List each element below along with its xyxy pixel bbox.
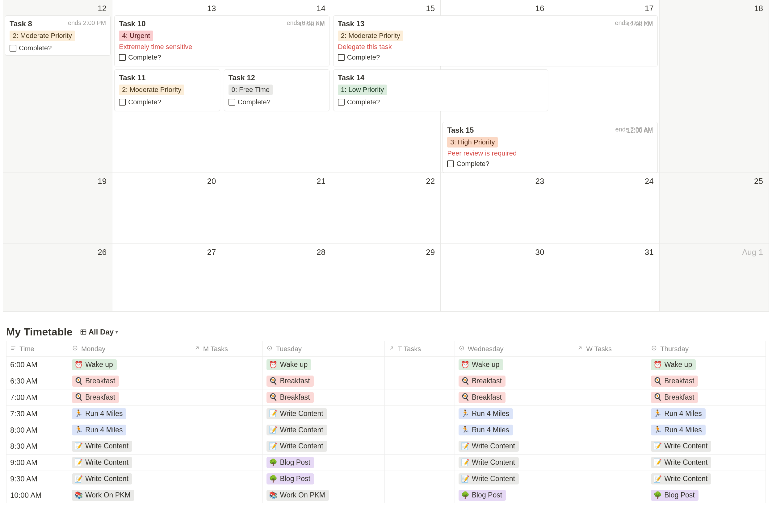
- timetable-cell[interactable]: [573, 455, 647, 471]
- timetable-cell[interactable]: 6:30 AM: [6, 373, 68, 389]
- activity-tag[interactable]: 📝Write Content: [72, 441, 132, 452]
- column-header-time[interactable]: Time: [6, 341, 68, 357]
- timetable-cell[interactable]: 9:30 AM: [6, 471, 68, 487]
- timetable-cell[interactable]: [385, 389, 455, 405]
- activity-tag[interactable]: 🏃Run 4 Miles: [459, 408, 513, 419]
- activity-tag[interactable]: 🏃Run 4 Miles: [651, 408, 705, 419]
- task-card[interactable]: Task 1312:00 AMends 4:00 PM2: Moderate P…: [333, 15, 658, 66]
- complete-checkbox[interactable]: [447, 160, 454, 167]
- activity-tag[interactable]: 📝Write Content: [266, 408, 327, 419]
- activity-tag[interactable]: 📝Write Content: [459, 441, 519, 452]
- complete-checkbox[interactable]: [338, 99, 344, 106]
- activity-tag[interactable]: ⏰Wake up: [459, 359, 503, 370]
- calendar-day-cell[interactable]: 27: [112, 244, 222, 312]
- timetable-cell[interactable]: [190, 405, 263, 422]
- timetable-cell[interactable]: [190, 471, 263, 487]
- activity-tag[interactable]: 📚Work On PKM: [72, 490, 134, 501]
- activity-tag[interactable]: 🌳Blog Post: [651, 490, 698, 501]
- activity-tag[interactable]: 🏃Run 4 Miles: [72, 408, 126, 419]
- timetable-cell[interactable]: [385, 405, 455, 422]
- calendar-day-cell[interactable]: 29: [331, 244, 441, 312]
- calendar-day-cell[interactable]: 25: [660, 173, 769, 244]
- timetable-cell[interactable]: [573, 471, 647, 487]
- timetable-view-switch[interactable]: All Day ▾: [78, 327, 120, 337]
- timetable-cell[interactable]: 📝Write Content: [455, 455, 573, 471]
- timetable-cell[interactable]: 8:00 AM: [6, 422, 68, 438]
- timetable-cell[interactable]: [573, 389, 647, 405]
- timetable-cell[interactable]: 📚Work On PKM: [68, 487, 190, 503]
- timetable-cell[interactable]: [573, 405, 647, 422]
- timetable-cell[interactable]: [385, 438, 455, 455]
- timetable-cell[interactable]: 🍳Breakfast: [68, 389, 190, 405]
- timetable-cell[interactable]: 🍳Breakfast: [68, 373, 190, 389]
- timetable-cell[interactable]: 🏃Run 4 Miles: [647, 405, 766, 422]
- calendar-day-cell[interactable]: 19: [3, 173, 112, 244]
- timetable-cell[interactable]: 📝Write Content: [647, 455, 766, 471]
- activity-tag[interactable]: 📝Write Content: [72, 457, 132, 468]
- activity-tag[interactable]: 📝Write Content: [266, 425, 327, 436]
- activity-tag[interactable]: ⏰Wake up: [266, 359, 311, 370]
- timetable-cell[interactable]: 📝Write Content: [455, 471, 573, 487]
- timetable-cell[interactable]: 8:30 AM: [6, 438, 68, 455]
- activity-tag[interactable]: 📚Work On PKM: [266, 490, 329, 501]
- timetable-cell[interactable]: 📝Write Content: [68, 455, 190, 471]
- timetable-cell[interactable]: [573, 438, 647, 455]
- timetable-cell[interactable]: 🍳Breakfast: [647, 389, 766, 405]
- timetable-cell[interactable]: 🍳Breakfast: [455, 389, 573, 405]
- calendar-day-cell[interactable]: 18: [660, 0, 769, 173]
- activity-tag[interactable]: 📝Write Content: [651, 473, 711, 484]
- column-header-thu[interactable]: Thursday: [647, 341, 766, 357]
- task-card[interactable]: Task 120: Free TimeComplete?: [224, 69, 329, 111]
- timetable-cell[interactable]: 🍳Breakfast: [455, 373, 573, 389]
- timetable-cell[interactable]: 10:00 AM: [6, 487, 68, 503]
- task-card[interactable]: Task 1012:00 AMends 6:00 PM4: UrgentExtr…: [114, 15, 329, 66]
- activity-tag[interactable]: 🏃Run 4 Miles: [651, 425, 705, 436]
- calendar-day-cell[interactable]: Aug 1: [660, 244, 769, 312]
- timetable-cell[interactable]: [190, 422, 263, 438]
- column-header-tue[interactable]: Tuesday: [263, 341, 385, 357]
- timetable-cell[interactable]: [385, 471, 455, 487]
- timetable-cell[interactable]: 📝Write Content: [263, 422, 385, 438]
- timetable-cell[interactable]: [190, 487, 263, 503]
- activity-tag[interactable]: 📝Write Content: [651, 441, 711, 452]
- timetable-cell[interactable]: 9:00 AM: [6, 455, 68, 471]
- column-header-ttasks[interactable]: T Tasks: [385, 341, 455, 357]
- timetable-cell[interactable]: [190, 438, 263, 455]
- timetable-cell[interactable]: 🏃Run 4 Miles: [455, 422, 573, 438]
- timetable-cell[interactable]: ⏰Wake up: [68, 357, 190, 373]
- timetable-cell[interactable]: [385, 422, 455, 438]
- activity-tag[interactable]: 🍳Breakfast: [459, 376, 506, 387]
- timetable-cell[interactable]: 🌳Blog Post: [647, 487, 766, 503]
- task-card[interactable]: Task 8ends 2:00 PM2: Moderate PriorityCo…: [5, 15, 111, 56]
- timetable-cell[interactable]: ⏰Wake up: [263, 357, 385, 373]
- timetable-cell[interactable]: [573, 422, 647, 438]
- timetable-cell[interactable]: 7:30 AM: [6, 405, 68, 422]
- column-header-wed[interactable]: Wednesday: [455, 341, 573, 357]
- calendar-day-cell[interactable]: 26: [3, 244, 112, 312]
- timetable-cell[interactable]: 🌳Blog Post: [263, 455, 385, 471]
- timetable-cell[interactable]: ⏰Wake up: [647, 357, 766, 373]
- activity-tag[interactable]: 📝Write Content: [72, 473, 132, 484]
- task-card[interactable]: Task 112: Moderate PriorityComplete?: [114, 69, 220, 111]
- timetable-cell[interactable]: 📝Write Content: [263, 438, 385, 455]
- timetable-cell[interactable]: 🏃Run 4 Miles: [68, 405, 190, 422]
- activity-tag[interactable]: 🍳Breakfast: [459, 392, 506, 403]
- timetable-cell[interactable]: [573, 487, 647, 503]
- complete-checkbox[interactable]: [119, 54, 126, 61]
- timetable-cell[interactable]: 🏃Run 4 Miles: [68, 422, 190, 438]
- calendar-day-cell[interactable]: 31: [550, 244, 659, 312]
- timetable-cell[interactable]: [190, 455, 263, 471]
- timetable-cell[interactable]: [385, 455, 455, 471]
- complete-checkbox[interactable]: [119, 99, 126, 106]
- column-header-mtasks[interactable]: M Tasks: [190, 341, 263, 357]
- column-header-wtasks[interactable]: W Tasks: [573, 341, 647, 357]
- activity-tag[interactable]: 🍳Breakfast: [266, 376, 313, 387]
- timetable-cell[interactable]: [573, 373, 647, 389]
- activity-tag[interactable]: 🍳Breakfast: [651, 392, 698, 403]
- timetable-cell[interactable]: [190, 357, 263, 373]
- timetable-cell[interactable]: [573, 357, 647, 373]
- timetable-cell[interactable]: 🌳Blog Post: [455, 487, 573, 503]
- calendar-day-cell[interactable]: 22: [331, 173, 441, 244]
- task-card[interactable]: Task 1512:00 AMends 7:00 AM3: High Prior…: [443, 122, 658, 173]
- timetable-cell[interactable]: 📝Write Content: [647, 471, 766, 487]
